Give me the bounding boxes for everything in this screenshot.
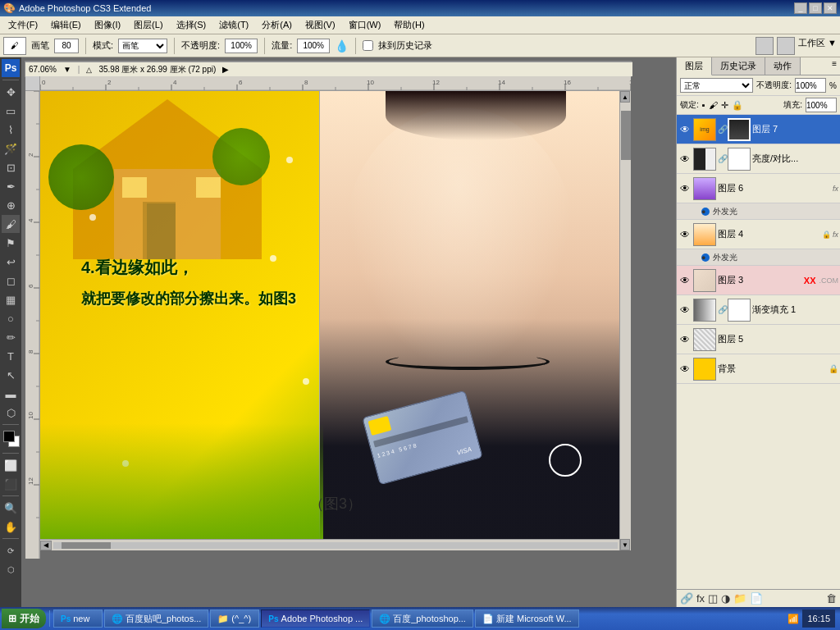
eraser-tool[interactable]: ◻ — [2, 272, 20, 290]
adjustment-link[interactable]: 🔗 — [718, 154, 726, 163]
start-button[interactable]: ⊞ 开始 — [2, 609, 46, 628]
lock-pixels-icon[interactable]: 🖌 — [709, 100, 718, 110]
fill-input[interactable] — [806, 98, 837, 112]
opacity-input[interactable] — [225, 39, 258, 53]
foreground-color[interactable] — [3, 431, 15, 442]
link-layers-button[interactable]: 🔗 — [680, 592, 693, 605]
text-tool[interactable]: T — [2, 347, 20, 365]
panel-menu-button[interactable]: ≡ — [829, 57, 840, 75]
layer-style-button[interactable]: fx — [696, 592, 705, 605]
adjustment-visibility[interactable]: 👁 — [678, 153, 692, 166]
blend-mode-select[interactable]: 正常 — [680, 78, 753, 93]
menu-window[interactable]: 窗口(W) — [344, 17, 386, 33]
airbrush-icon[interactable]: 💧 — [335, 39, 349, 52]
taskbar-item-ie2[interactable]: 🌐 百度_photoshop... — [372, 609, 473, 628]
minimize-button[interactable]: _ — [794, 2, 807, 14]
quick-mask-tool[interactable]: ⬜ — [2, 456, 20, 474]
menu-view[interactable]: 视图(V) — [300, 17, 340, 33]
layer-mask-button[interactable]: ◫ — [708, 592, 718, 605]
scrollbar-thumb-v[interactable] — [621, 111, 631, 160]
taskbar-item-folder[interactable]: 📁 (^_^) — [210, 609, 259, 628]
layer4-visibility[interactable]: 👁 — [678, 228, 692, 241]
title-bar-right[interactable]: _ □ ✕ — [794, 2, 837, 14]
tab-actions[interactable]: 动作 — [765, 57, 801, 75]
tool-preset-icon[interactable] — [777, 37, 795, 55]
mode-select[interactable]: 画笔 — [118, 39, 167, 53]
menu-help[interactable]: 帮助(H) — [389, 17, 429, 33]
scrollbar-vertical[interactable]: ▲ ▼ — [619, 91, 631, 550]
extra-tool1[interactable]: ⟳ — [2, 541, 20, 559]
layer7-link[interactable]: 🔗 — [718, 125, 726, 134]
move-tool[interactable]: ✥ — [2, 83, 20, 101]
eyedropper-tool[interactable]: ✒ — [2, 177, 20, 195]
history-checkbox[interactable] — [363, 40, 373, 51]
gradient-tool[interactable]: ▦ — [2, 290, 20, 308]
scrollbar-thumb-h[interactable] — [62, 542, 111, 549]
menu-image[interactable]: 图像(I) — [89, 17, 126, 33]
workspace-label[interactable]: 工作区 ▼ — [798, 37, 837, 55]
menu-file[interactable]: 文件(F) — [3, 17, 43, 33]
new-group-button[interactable]: 📁 — [733, 592, 746, 605]
3d-tool[interactable]: ⬡ — [2, 404, 20, 422]
menu-select[interactable]: 选择(S) — [171, 17, 212, 33]
lock-transparent-icon[interactable]: ▪ — [702, 100, 705, 110]
layer-item-layer4[interactable]: 👁 图层 4 🔒 fx — [677, 220, 840, 249]
marquee-tool[interactable]: ▭ — [2, 102, 20, 120]
close-button[interactable]: ✕ — [824, 2, 837, 14]
layer-item-layer5[interactable]: 👁 图层 5 — [677, 325, 840, 354]
scroll-down-button[interactable]: ▼ — [620, 539, 630, 550]
background-visibility[interactable]: 👁 — [678, 363, 692, 376]
menu-layer[interactable]: 图层(L) — [129, 17, 167, 33]
scrollbar-horizontal[interactable]: ◀ ▶ — [40, 539, 631, 550]
hand-tool[interactable]: ✋ — [2, 518, 20, 536]
gradient-visibility[interactable]: 👁 — [678, 304, 692, 317]
history-brush-tool[interactable]: ↩ — [2, 253, 20, 271]
scrollbar-track-h[interactable] — [53, 542, 618, 549]
menu-edit[interactable]: 编辑(E) — [46, 17, 86, 33]
crop-tool[interactable]: ⊡ — [2, 158, 20, 176]
layer-item-adjustment[interactable]: 👁 🔗 亮度/对比... — [677, 144, 840, 174]
layer5-visibility[interactable]: 👁 — [678, 333, 692, 346]
brush-size-input[interactable] — [54, 39, 79, 53]
layer-item-background[interactable]: 👁 背景 🔒 — [677, 354, 840, 384]
gradient-link[interactable]: 🔗 — [718, 305, 726, 314]
delete-layer-button[interactable]: 🗑 — [826, 592, 837, 605]
brush-tool active[interactable]: 🖌 — [2, 215, 20, 233]
menu-filter[interactable]: 滤镜(T) — [214, 17, 253, 33]
tab-layers[interactable]: 图层 — [677, 57, 712, 75]
new-layer-button[interactable]: 📄 — [750, 592, 763, 605]
extra-tool2[interactable]: ⬡ — [2, 560, 20, 578]
maximize-button[interactable]: □ — [809, 2, 822, 14]
zoom-tool[interactable]: 🔍 — [2, 499, 20, 517]
menu-analysis[interactable]: 分析(A) — [257, 17, 297, 33]
scrollbar-track-v[interactable] — [621, 111, 631, 160]
screen-mode-tool[interactable]: ⬛ — [2, 475, 20, 493]
scroll-left-button[interactable]: ◀ — [40, 541, 52, 550]
brush-preset-icon[interactable]: 🖌 — [3, 37, 26, 55]
lock-position-icon[interactable]: ✛ — [721, 100, 728, 111]
layer-item-layer6[interactable]: 👁 图层 6 fx — [677, 174, 840, 203]
clone-stamp-tool[interactable]: ⚑ — [2, 234, 20, 252]
layer-item-layer3[interactable]: 👁 图层 3 XX .COM — [677, 266, 840, 295]
dodge-tool[interactable]: ○ — [2, 309, 20, 327]
lasso-tool[interactable]: ⌇ — [2, 121, 20, 139]
taskbar-item-ps[interactable]: Ps new — [53, 609, 103, 628]
pen-tool[interactable]: ✏ — [2, 328, 20, 346]
layer3-visibility[interactable]: 👁 — [678, 274, 692, 287]
path-selection-tool[interactable]: ↖ — [2, 366, 20, 384]
adjustment-layer-button[interactable]: ◑ — [721, 592, 730, 605]
layer-item-gradient[interactable]: 👁 🔗 渐变填充 1 — [677, 295, 840, 325]
tab-history[interactable]: 历史记录 — [712, 57, 765, 75]
palette-icon[interactable] — [756, 37, 774, 55]
scroll-up-button[interactable]: ▲ — [620, 91, 630, 103]
shape-tool[interactable]: ▬ — [2, 385, 20, 403]
taskbar-item-photoshop[interactable]: Ps Adobe Photoshop ... — [261, 609, 370, 628]
layer6-visibility[interactable]: 👁 — [678, 182, 692, 195]
taskbar-item-word[interactable]: 📄 新建 Microsoft W... — [475, 609, 579, 628]
color-swatches[interactable] — [2, 429, 20, 449]
opacity-input[interactable] — [795, 78, 826, 93]
layer7-visibility[interactable]: 👁 — [678, 123, 692, 136]
lock-all-icon[interactable]: 🔒 — [732, 100, 743, 111]
taskbar-item-ie1[interactable]: 🌐 百度贴吧_photos... — [104, 609, 208, 628]
scroll-right-arrow[interactable]: ▶ — [222, 65, 229, 74]
